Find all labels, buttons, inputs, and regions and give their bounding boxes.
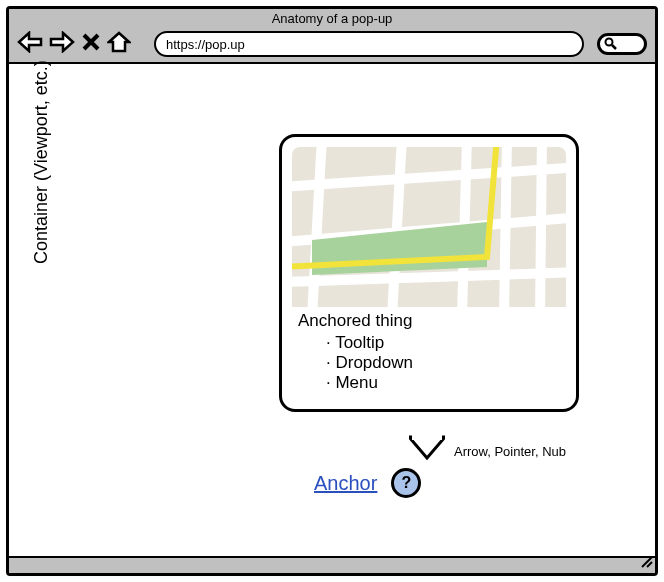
popup-heading: Anchored thing	[298, 311, 560, 331]
popup-text: Anchored thing Tooltip Dropdown Menu	[292, 307, 566, 395]
container-label: Container (Viewport, etc.)	[31, 60, 52, 264]
svg-point-5	[606, 39, 613, 46]
url-bar[interactable]: https://pop.up	[154, 31, 584, 57]
anchor-link[interactable]: Anchor	[314, 472, 377, 495]
viewport: Container (Viewport, etc.)	[9, 64, 655, 560]
svg-marker-4	[109, 33, 129, 51]
browser-toolbar: Anatomy of a pop-up https://pop.up	[9, 9, 655, 64]
svg-line-20	[647, 562, 652, 567]
list-item: Tooltip	[326, 333, 560, 353]
help-icon[interactable]: ?	[391, 468, 421, 498]
svg-line-15	[540, 147, 542, 307]
nav-icon-group	[17, 31, 131, 53]
map-image	[292, 147, 566, 307]
svg-rect-18	[412, 434, 442, 440]
status-bar	[9, 556, 655, 573]
svg-marker-0	[19, 33, 41, 51]
svg-line-14	[504, 147, 507, 307]
svg-marker-1	[51, 33, 73, 51]
list-item: Menu	[326, 373, 560, 393]
popup-list: Tooltip Dropdown Menu	[298, 333, 560, 393]
back-arrow-icon[interactable]	[17, 31, 43, 53]
resize-grip-icon[interactable]	[639, 554, 653, 572]
search-pill[interactable]	[597, 33, 647, 55]
list-item: Dropdown	[326, 353, 560, 373]
help-glyph: ?	[401, 474, 411, 492]
search-icon	[604, 37, 618, 51]
svg-marker-17	[409, 437, 445, 458]
popup-arrow-nub-icon	[409, 434, 445, 458]
forward-arrow-icon[interactable]	[49, 31, 75, 53]
popup-card: Anchored thing Tooltip Dropdown Menu	[279, 134, 579, 412]
window-title: Anatomy of a pop-up	[272, 11, 393, 26]
browser-window: Anatomy of a pop-up https://pop.up Conta…	[6, 6, 658, 576]
svg-line-19	[642, 557, 652, 567]
stop-x-icon[interactable]	[81, 32, 101, 52]
svg-line-6	[612, 45, 616, 49]
arrow-label: Arrow, Pointer, Nub	[454, 444, 566, 459]
anchor-row: Anchor ?	[314, 468, 421, 498]
home-icon[interactable]	[107, 31, 131, 53]
